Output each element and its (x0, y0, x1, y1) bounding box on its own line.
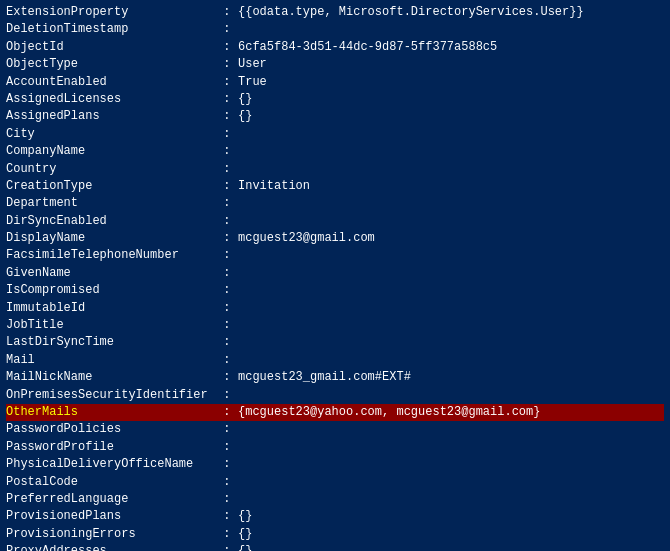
prop-name: AccountEnabled (6, 74, 216, 91)
table-row: IsCompromised : (6, 282, 664, 299)
table-row: PasswordProfile : (6, 439, 664, 456)
prop-name: Country (6, 161, 216, 178)
prop-name: ProxyAddresses (6, 543, 216, 551)
prop-value: {} (238, 108, 252, 125)
prop-name: PasswordProfile (6, 439, 216, 456)
table-row: PostalCode : (6, 474, 664, 491)
table-row: Country : (6, 161, 664, 178)
prop-name: PostalCode (6, 474, 216, 491)
separator: : (216, 126, 238, 143)
prop-name: AssignedLicenses (6, 91, 216, 108)
prop-value: Invitation (238, 178, 310, 195)
table-row: JobTitle : (6, 317, 664, 334)
separator: : (216, 56, 238, 73)
table-row: DirSyncEnabled : (6, 213, 664, 230)
prop-value: mcguest23@gmail.com (238, 230, 375, 247)
separator: : (216, 4, 238, 21)
prop-name: OnPremisesSecurityIdentifier (6, 387, 216, 404)
table-row: OnPremisesSecurityIdentifier : (6, 387, 664, 404)
prop-value: {} (238, 91, 252, 108)
separator: : (216, 491, 238, 508)
prop-name: OtherMails (6, 404, 216, 421)
table-row: PreferredLanguage : (6, 491, 664, 508)
separator: : (216, 526, 238, 543)
terminal-output: ExtensionProperty : {{odata.type, Micros… (6, 4, 664, 551)
table-row: AccountEnabled : True (6, 74, 664, 91)
table-row: ImmutableId : (6, 300, 664, 317)
table-row: CompanyName : (6, 143, 664, 160)
prop-value: {{odata.type, Microsoft.DirectoryService… (238, 4, 584, 21)
table-row: ObjectType : User (6, 56, 664, 73)
table-row: ExtensionProperty : {{odata.type, Micros… (6, 4, 664, 21)
table-row: ProxyAddresses : {} (6, 543, 664, 551)
prop-name: ProvisionedPlans (6, 508, 216, 525)
prop-name: FacsimileTelephoneNumber (6, 247, 216, 264)
table-row: GivenName : (6, 265, 664, 282)
prop-name: MailNickName (6, 369, 216, 386)
prop-value: {} (238, 508, 252, 525)
separator: : (216, 108, 238, 125)
prop-name: DeletionTimestamp (6, 21, 216, 38)
separator: : (216, 282, 238, 299)
separator: : (216, 213, 238, 230)
table-row: ProvisionedPlans : {} (6, 508, 664, 525)
table-row: AssignedLicenses : {} (6, 91, 664, 108)
table-row: DisplayName : mcguest23@gmail.com (6, 230, 664, 247)
separator: : (216, 439, 238, 456)
prop-value: User (238, 56, 267, 73)
prop-name: AssignedPlans (6, 108, 216, 125)
prop-name: ObjectId (6, 39, 216, 56)
prop-value: 6cfa5f84-3d51-44dc-9d87-5ff377a588c5 (238, 39, 497, 56)
separator: : (216, 300, 238, 317)
table-row: Department : (6, 195, 664, 212)
separator: : (216, 230, 238, 247)
table-row: Mail : (6, 352, 664, 369)
table-row: OtherMails : {mcguest23@yahoo.com, mcgue… (6, 404, 664, 421)
separator: : (216, 161, 238, 178)
table-row: City : (6, 126, 664, 143)
prop-name: PreferredLanguage (6, 491, 216, 508)
separator: : (216, 317, 238, 334)
separator: : (216, 74, 238, 91)
prop-value: {} (238, 543, 252, 551)
prop-name: City (6, 126, 216, 143)
prop-name: Department (6, 195, 216, 212)
separator: : (216, 543, 238, 551)
table-row: AssignedPlans : {} (6, 108, 664, 125)
separator: : (216, 21, 238, 38)
separator: : (216, 421, 238, 438)
separator: : (216, 91, 238, 108)
prop-name: DirSyncEnabled (6, 213, 216, 230)
separator: : (216, 265, 238, 282)
prop-name: Mail (6, 352, 216, 369)
table-row: ProvisioningErrors : {} (6, 526, 664, 543)
separator: : (216, 456, 238, 473)
separator: : (216, 404, 238, 421)
prop-name: ImmutableId (6, 300, 216, 317)
prop-name: CreationType (6, 178, 216, 195)
table-row: LastDirSyncTime : (6, 334, 664, 351)
separator: : (216, 508, 238, 525)
prop-name: PhysicalDeliveryOfficeName (6, 456, 216, 473)
prop-value: {} (238, 526, 252, 543)
separator: : (216, 195, 238, 212)
prop-name: ObjectType (6, 56, 216, 73)
prop-name: LastDirSyncTime (6, 334, 216, 351)
prop-name: GivenName (6, 265, 216, 282)
prop-name: IsCompromised (6, 282, 216, 299)
prop-name: JobTitle (6, 317, 216, 334)
prop-name: ProvisioningErrors (6, 526, 216, 543)
separator: : (216, 143, 238, 160)
table-row: PasswordPolicies : (6, 421, 664, 438)
prop-value: True (238, 74, 267, 91)
separator: : (216, 352, 238, 369)
table-row: ObjectId : 6cfa5f84-3d51-44dc-9d87-5ff37… (6, 39, 664, 56)
table-row: FacsimileTelephoneNumber : (6, 247, 664, 264)
prop-value: mcguest23_gmail.com#EXT# (238, 369, 411, 386)
separator: : (216, 39, 238, 56)
separator: : (216, 387, 238, 404)
table-row: DeletionTimestamp : (6, 21, 664, 38)
separator: : (216, 369, 238, 386)
prop-name: DisplayName (6, 230, 216, 247)
table-row: CreationType : Invitation (6, 178, 664, 195)
